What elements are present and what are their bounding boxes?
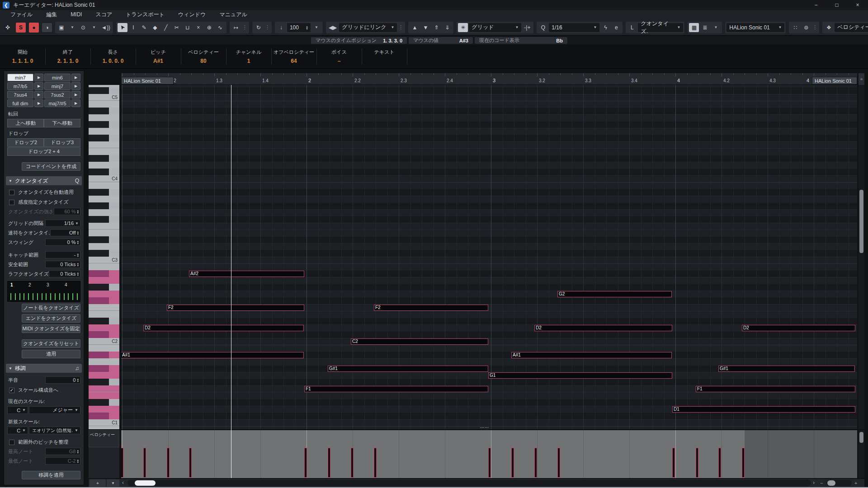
info-value[interactable]: 2. 1. 1. 0 bbox=[45, 58, 90, 64]
part-end-tab[interactable]: HALion Sonic 01 bbox=[812, 77, 857, 84]
drop3-button[interactable]: ドロップ3 bbox=[44, 138, 80, 147]
quantize-ends-button[interactable]: エンドをクオンタイズ bbox=[22, 314, 80, 323]
spinner-icon[interactable]: ▴▾ bbox=[77, 378, 79, 382]
grid-relative-icon[interactable]: -|+ bbox=[522, 23, 532, 32]
spinner-icon[interactable]: ▴▾ bbox=[306, 25, 308, 30]
piano-key-61[interactable] bbox=[89, 169, 119, 175]
h-zoom-out-icon[interactable]: − bbox=[820, 480, 823, 486]
info-value[interactable]: 1. 1. 1. 0 bbox=[0, 58, 45, 64]
midi-input-icon[interactable]: ⊙ bbox=[78, 23, 88, 32]
info-column-0[interactable]: 開始1. 1. 1. 0 bbox=[0, 45, 45, 68]
piano-key-27[interactable] bbox=[89, 399, 119, 406]
piano-key-23[interactable] bbox=[89, 426, 119, 429]
semitones-field[interactable]: 0▴▾ bbox=[45, 376, 80, 384]
info-column-6[interactable]: オフベロシティー64 bbox=[271, 45, 316, 68]
menu-item-トランスポート[interactable]: トランスポート bbox=[119, 10, 171, 19]
maximize-icon[interactable]: □ bbox=[826, 0, 847, 10]
kebab-icon[interactable]: ⋮ bbox=[812, 24, 818, 30]
info-column-5[interactable]: チャンネル1 bbox=[226, 45, 271, 68]
spinner-icon[interactable]: ▴▾ bbox=[77, 240, 79, 244]
drop2-4-button[interactable]: ドロップ2 + 4 bbox=[7, 147, 80, 156]
piano-key-25[interactable] bbox=[89, 413, 119, 419]
piano-key-24[interactable]: C1 bbox=[89, 419, 119, 426]
step-input-dropdown[interactable]: ▼ bbox=[67, 23, 77, 32]
spinner-icon[interactable]: ▴▾ bbox=[77, 272, 79, 276]
midi-note-A#2[interactable]: A#2 bbox=[189, 271, 304, 277]
chord-pad-7sus4[interactable]: 7sus4 bbox=[7, 91, 33, 99]
move-up-button[interactable]: 上へ移動 bbox=[7, 119, 44, 127]
piano-key-45[interactable] bbox=[89, 277, 119, 284]
timeline-ruler[interactable]: 1.21.31.422.22.32.433.23.33.444.24.34HAL… bbox=[121, 73, 857, 85]
chord-pad-play-icon[interactable]: ▶ bbox=[34, 91, 43, 99]
menu-item-ファイル[interactable]: ファイル bbox=[4, 10, 39, 19]
piano-key-72[interactable]: C5 bbox=[89, 94, 119, 101]
spinner-icon[interactable]: ▴▾ bbox=[77, 262, 79, 267]
erase-tool[interactable]: ◆ bbox=[150, 23, 160, 32]
apply-quantize-button[interactable]: 適用 bbox=[22, 350, 80, 358]
insert-velocity-value[interactable]: 100 bbox=[290, 24, 299, 31]
piano-key-53[interactable] bbox=[89, 223, 119, 230]
collapse-icon[interactable]: ▼ bbox=[9, 179, 12, 183]
select-tool[interactable]: ➤ bbox=[118, 23, 127, 32]
apply-transpose-button[interactable]: 移調を適用 bbox=[22, 471, 80, 479]
move-down-button[interactable]: 下へ移動 bbox=[44, 119, 80, 127]
edit-active-part-icon[interactable]: ≣ bbox=[700, 23, 710, 32]
midi-din-icon[interactable]: ⊚ bbox=[801, 23, 811, 32]
piano-key-51[interactable] bbox=[89, 236, 119, 243]
nudge-mode-value[interactable]: グリッドにリンク bbox=[342, 23, 386, 31]
h-zoom-slider[interactable] bbox=[826, 480, 852, 486]
reset-quantize-button[interactable]: クオンタイズをリセット bbox=[22, 339, 80, 348]
midi-note-F2[interactable]: F2 bbox=[374, 305, 488, 311]
kebab-icon[interactable]: ⋮ bbox=[264, 24, 270, 30]
velocity-bar[interactable] bbox=[143, 448, 146, 478]
current-mode-select[interactable]: メジャー▼ bbox=[29, 406, 80, 414]
chord-pad-minj7[interactable]: minj7 bbox=[44, 82, 71, 90]
midi-note-F2[interactable]: F2 bbox=[167, 305, 304, 311]
collapse-icon[interactable]: ▼ bbox=[9, 366, 12, 371]
piano-key-58[interactable] bbox=[89, 189, 119, 196]
piano-key-71[interactable] bbox=[89, 101, 119, 108]
velocity-bar[interactable] bbox=[304, 448, 307, 478]
current-root-select[interactable]: C▼ bbox=[7, 406, 28, 414]
step-input-icon[interactable]: ▣ bbox=[57, 23, 66, 32]
piano-key-65[interactable] bbox=[89, 141, 119, 148]
close-icon[interactable]: × bbox=[847, 0, 868, 10]
timewarp-tool[interactable]: ∿ bbox=[215, 23, 225, 32]
piano-key-55[interactable] bbox=[89, 209, 119, 216]
velocity-bar[interactable] bbox=[557, 448, 560, 478]
split-tool[interactable]: ✂ bbox=[172, 23, 182, 32]
part-start-tab[interactable]: HALion Sonic 01 bbox=[121, 77, 174, 84]
piano-key-28[interactable] bbox=[89, 392, 119, 399]
kebab-icon[interactable]: ⋮ bbox=[242, 24, 248, 30]
piano-key-37[interactable] bbox=[89, 331, 119, 338]
new-mode-select[interactable]: エオリアン (自然短.▼ bbox=[29, 427, 80, 434]
lane-vertical-scrollbar[interactable] bbox=[859, 430, 864, 478]
velocity-bar[interactable] bbox=[534, 448, 537, 478]
status-segment-2[interactable]: 現在のコード表示Bb bbox=[475, 37, 567, 44]
kebab-icon[interactable]: ⋮ bbox=[398, 24, 404, 30]
velocity-bar[interactable] bbox=[351, 448, 354, 478]
piano-key-47[interactable] bbox=[89, 263, 119, 270]
vertical-scrollbar[interactable] bbox=[859, 85, 864, 429]
chevron-down-icon[interactable]: ▼ bbox=[677, 25, 680, 29]
chord-pad-play-icon[interactable]: ▶ bbox=[34, 82, 43, 90]
rough-quantize-field[interactable]: 0 Ticks▴▾ bbox=[49, 270, 80, 277]
piano-key-49[interactable] bbox=[89, 250, 119, 257]
velocity-bar[interactable] bbox=[167, 448, 170, 478]
auto-apply-checkbox[interactable] bbox=[9, 190, 14, 195]
midi-note-D2[interactable]: D2 bbox=[143, 325, 304, 331]
quantize-section-header[interactable]: ▼ クオンタイズ Q bbox=[6, 176, 82, 185]
piano-key-29[interactable] bbox=[89, 385, 119, 392]
vertical-scroll-thumb[interactable] bbox=[859, 190, 863, 253]
velocity-bar[interactable] bbox=[374, 448, 377, 478]
status-segment-1[interactable]: マウスの値A#3 bbox=[409, 37, 473, 44]
quantize-note-lengths-button[interactable]: ノート長をクオンタイズ bbox=[22, 304, 80, 312]
piano-keyboard[interactable]: C5C4C3C2C1 bbox=[89, 85, 119, 429]
piano-key-66[interactable] bbox=[89, 135, 119, 141]
menu-item-MIDI[interactable]: MIDI bbox=[64, 10, 89, 19]
swing-field[interactable]: 0 %▴▾ bbox=[45, 239, 80, 246]
glue-tool[interactable]: ⊔ bbox=[183, 23, 193, 32]
part-edit-dropdown[interactable]: ▼ bbox=[711, 23, 721, 32]
velocity-bar[interactable] bbox=[718, 448, 721, 478]
add-lane-button[interactable]: + bbox=[90, 479, 106, 487]
